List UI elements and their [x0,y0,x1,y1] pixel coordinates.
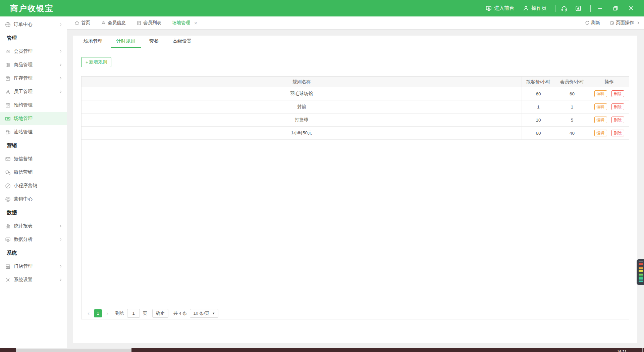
sidebar-item-inventory-mgmt[interactable]: 库存管理 [0,72,67,85]
enter-front-label: 进入前台 [494,5,514,11]
chevron-right-icon[interactable] [636,20,641,25]
sidebar-section-data: 数据 [0,206,67,219]
chevron-right-icon [59,278,63,282]
rule-name: 羽毛球场馆 [82,87,522,100]
prev-page-icon[interactable]: ‹ [86,310,91,316]
sidebar-item-venue-mgmt[interactable]: 场地管理 [0,112,67,125]
subtab-packages[interactable]: 套餐 [144,36,164,48]
subtab-venue-mgmt[interactable]: 场地管理 [78,36,108,48]
sidebar: 订单中心 管理 会员管理 商品管理 库存管理 员工管理 预约管理 [0,16,67,348]
refresh-button[interactable]: 刷新 [585,20,600,26]
app-shell: 订单中心 管理 会员管理 商品管理 库存管理 员工管理 预约管理 [0,16,644,348]
sidebar-item-label: 短信营销 [14,156,63,162]
chevron-right-icon [59,76,63,80]
enter-front-button[interactable]: 进入前台 [486,5,514,11]
sidebar-section-management: 管理 [0,31,67,45]
table-empty-space [82,140,629,307]
sidebar-item-miniprogram-marketing[interactable]: 小程序营销 [0,179,67,192]
page-ops-button[interactable]: 页面操作 [609,20,634,26]
sidebar-item-label: 场地管理 [14,116,63,122]
guest-price: 60 [522,87,555,100]
tab-label: 会员信息 [108,20,126,26]
guest-price: 10 [522,114,555,126]
gear-icon [5,277,11,283]
target-icon [5,196,11,202]
chevron-right-icon [59,224,63,228]
tab-member-info[interactable]: 会员信息 [101,20,126,26]
guest-price: 60 [522,127,555,139]
rule-name: 打篮球 [82,114,522,126]
sidebar-item-store-mgmt[interactable]: 门店管理 [0,260,67,273]
taskbar-clock: 16:21 [617,349,627,352]
sidebar-section-marketing: 营销 [0,139,67,152]
edit-button[interactable]: 编辑 [594,130,607,136]
add-rule-button[interactable]: + 新增规则 [81,57,111,67]
close-tab-icon[interactable]: × [194,20,197,26]
refresh-icon [585,20,590,26]
sidebar-item-order-center[interactable]: 订单中心 [0,18,67,31]
operator-label: 操作员 [531,5,546,11]
wechat-icon [5,170,11,175]
gas-pump-icon [5,129,11,135]
sidebar-item-wechat-marketing[interactable]: 微信营销 [0,166,67,179]
sidebar-item-statistics-report[interactable]: 统计报表 [0,219,67,233]
sidebar-item-system-settings[interactable]: 系统设置 [0,273,67,287]
next-page-icon[interactable]: › [105,310,110,316]
headset-icon[interactable] [561,5,568,12]
sidebar-item-data-analysis[interactable]: 数据分析 [0,233,67,246]
delete-button[interactable]: 删除 [611,103,624,110]
sidebar-item-staff-mgmt[interactable]: 员工管理 [0,85,67,98]
tabbar-actions: 刷新 页面操作 [577,20,644,26]
operator-button[interactable]: 操作员 [523,5,546,11]
edit-button[interactable]: 编辑 [594,90,607,97]
sidebar-item-sms-marketing[interactable]: 短信营销 [0,152,67,166]
calendar-icon [5,102,11,108]
titlebar-right: 进入前台 操作员 [477,5,644,12]
edit-button[interactable]: 编辑 [594,103,607,110]
col-operations: 操作 [589,77,629,87]
subtab-advanced-settings[interactable]: 高级设置 [167,36,197,48]
col-rule-name: 规则名称 [82,77,522,87]
current-page-button[interactable]: 1 [94,309,102,317]
row-operations: 编辑 删除 [589,114,629,126]
confirm-button[interactable]: 确定 [152,309,168,318]
subtab-timing-rules[interactable]: 计时规则 [111,36,141,48]
minimize-button[interactable] [597,6,603,11]
page-unit-label: 页 [143,310,147,316]
sidebar-item-label: 会员管理 [14,48,59,54]
tab-home[interactable]: 首页 [74,20,90,26]
delete-button[interactable]: 删除 [611,117,624,123]
crown-icon [5,49,11,54]
tab-member-list[interactable]: 会员列表 [137,20,161,26]
sidebar-item-gas-station-mgmt[interactable]: 油站管理 [0,125,67,139]
guest-price: 1 [522,100,555,113]
download-icon[interactable] [575,5,582,12]
tab-label: 会员列表 [143,20,161,26]
caret-down-icon: ▼ [212,312,215,315]
goto-page-input[interactable] [127,309,140,318]
globe-icon [5,22,11,28]
chevron-right-icon [59,237,63,241]
equalizer-widget[interactable] [637,259,644,285]
chevron-right-icon [59,264,63,268]
add-rule-label: 新增规则 [89,59,107,65]
delete-button[interactable]: 删除 [611,130,624,136]
close-button[interactable] [628,5,634,11]
sidebar-item-member-mgmt[interactable]: 会员管理 [0,45,67,58]
tab-venue-mgmt[interactable]: 场地管理 × [172,20,197,26]
sidebar-item-reservation-mgmt[interactable]: 预约管理 [0,98,67,112]
page-size-select[interactable]: 10 条/页 ▼ [190,309,218,318]
pagination: ‹ 1 › 到第 页 确定 共 4 条 10 条/页 ▼ [82,307,629,319]
open-tabs-bar: 首页 会员信息 会员列表 场地管理 × 刷新 页 [67,16,644,30]
restore-button[interactable] [613,6,618,11]
app-logo: 商户收银宝 [10,3,54,14]
sidebar-item-product-mgmt[interactable]: 商品管理 [0,58,67,72]
edit-button[interactable]: 编辑 [594,117,607,123]
taskbar-app-button[interactable] [16,348,131,352]
delete-button[interactable]: 删除 [611,90,624,97]
tab-label: 场地管理 [172,20,190,26]
goto-label: 到第 [115,310,124,316]
sidebar-item-marketing-center[interactable]: 营销中心 [0,192,67,206]
monitor-chart-icon [5,237,11,243]
chevron-right-icon [59,49,63,53]
